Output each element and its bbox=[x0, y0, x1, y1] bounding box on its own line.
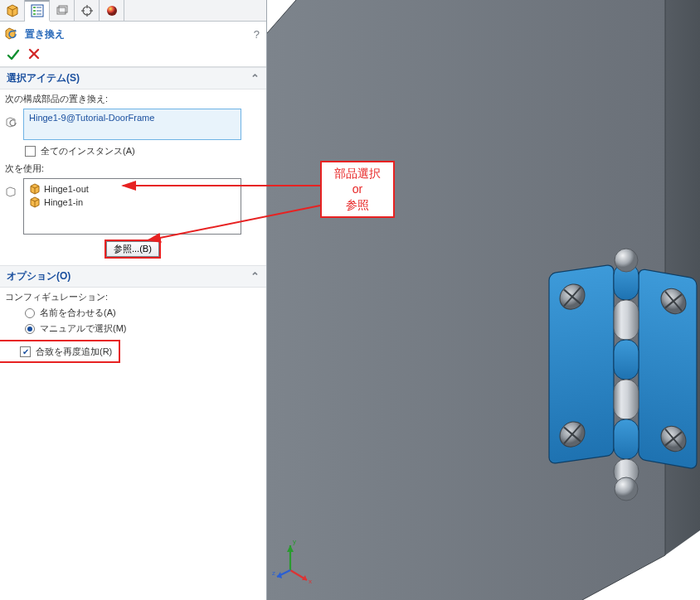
view-triad: x y z bbox=[272, 535, 322, 585]
section-header-select[interactable]: 選択アイテム(S) ⌃ bbox=[0, 67, 266, 90]
svg-marker-22 bbox=[7, 187, 15, 196]
collapse-icon[interactable]: ⌃ bbox=[250, 270, 260, 283]
ok-button[interactable] bbox=[7, 48, 20, 61]
replacement-list[interactable]: Hinge1-out Hinge1-in bbox=[23, 178, 241, 235]
readd-mates-label: 合致を再度追加(R) bbox=[36, 346, 112, 358]
section-header-select-label: 選択アイテム(S) bbox=[7, 71, 80, 85]
collapse-icon[interactable]: ⌃ bbox=[250, 72, 260, 85]
replace-component-icon bbox=[6, 116, 19, 129]
tab-configuration-manager[interactable] bbox=[50, 0, 75, 22]
cancel-button[interactable] bbox=[28, 48, 40, 60]
radio-icon bbox=[25, 308, 35, 318]
list-item-label: Hinge1-in bbox=[44, 197, 83, 207]
checkbox-icon bbox=[25, 146, 36, 157]
list-item[interactable]: Hinge1-out bbox=[27, 182, 237, 196]
section-options: オプション(O) ⌃ コンフィギュレーション: 名前を合わせる(A) マニュアル… bbox=[0, 265, 266, 361]
command-title: 置き換え bbox=[25, 27, 65, 41]
part-cube-icon bbox=[29, 196, 41, 208]
annotation-line1: 部品選択 bbox=[327, 166, 388, 181]
radio-icon bbox=[25, 324, 35, 334]
svg-rect-8 bbox=[36, 13, 41, 15]
tab-display-manager[interactable] bbox=[100, 0, 124, 22]
svg-rect-5 bbox=[33, 10, 36, 12]
svg-point-53 bbox=[615, 477, 638, 501]
svg-rect-49 bbox=[614, 380, 639, 419]
list-item[interactable]: Hinge1-in bbox=[27, 196, 237, 209]
command-header: 置き換え ? bbox=[0, 22, 266, 45]
svg-point-52 bbox=[615, 249, 638, 272]
radio-manual-select-label: マニュアルで選択(M) bbox=[40, 322, 127, 335]
browse-button[interactable]: 参照...(B) bbox=[106, 241, 159, 257]
all-instances-label: 全てのインスタンス(A) bbox=[41, 145, 135, 157]
help-icon[interactable]: ? bbox=[254, 28, 260, 41]
svg-rect-48 bbox=[614, 340, 639, 380]
tab-dimxpert[interactable] bbox=[75, 0, 100, 22]
svg-rect-7 bbox=[33, 13, 36, 15]
browse-button-label: 参照...(B) bbox=[114, 243, 152, 255]
radio-manual-select[interactable]: マニュアルで選択(M) bbox=[0, 321, 266, 336]
cube-icon bbox=[6, 4, 19, 17]
annotation-callout: 部品選択 or 参照 bbox=[320, 161, 395, 218]
readd-mates-highlight: ✔ 合致を再度追加(R) bbox=[0, 341, 119, 361]
part-icon bbox=[6, 186, 19, 199]
svg-rect-4 bbox=[36, 7, 41, 8]
selected-component-value: Hinge1-9@Tutorial-DoorFrame bbox=[29, 113, 154, 123]
use-label: 次を使用: bbox=[0, 159, 266, 177]
svg-rect-6 bbox=[36, 10, 41, 12]
svg-rect-50 bbox=[614, 419, 639, 459]
readd-mates-checkbox[interactable]: ✔ 合致を再度追加(R) bbox=[2, 344, 117, 360]
all-instances-checkbox[interactable]: 全てのインスタンス(A) bbox=[0, 143, 266, 159]
tab-property-manager[interactable] bbox=[25, 0, 50, 22]
app-root: 置き換え ? 選択アイテム(S) ⌃ 次の構成部品の置き換え: bbox=[0, 0, 700, 600]
svg-point-16 bbox=[107, 6, 117, 16]
tab-feature-manager[interactable] bbox=[0, 0, 25, 22]
svg-text:z: z bbox=[272, 569, 275, 577]
radio-match-name-label: 名前を合わせる(A) bbox=[40, 307, 116, 319]
model-render bbox=[267, 0, 700, 600]
configuration-label: コンフィギュレーション: bbox=[0, 288, 266, 305]
section-header-options-label: オプション(O) bbox=[7, 269, 70, 283]
property-manager-panel: 置き換え ? 選択アイテム(S) ⌃ 次の構成部品の置き換え: bbox=[0, 0, 267, 600]
svg-rect-47 bbox=[614, 300, 639, 340]
svg-rect-3 bbox=[33, 7, 36, 8]
section-select-items: 選択アイテム(S) ⌃ 次の構成部品の置き換え: Hinge1-9@Tutori… bbox=[0, 67, 266, 265]
annotation-line3: 参照 bbox=[327, 197, 388, 213]
component-to-replace-field[interactable]: Hinge1-9@Tutorial-DoorFrame bbox=[23, 109, 241, 140]
list-icon bbox=[31, 4, 44, 17]
svg-marker-57 bbox=[287, 545, 294, 552]
annotation-line2: or bbox=[327, 181, 388, 197]
replace-icon bbox=[5, 27, 20, 41]
confirm-row bbox=[0, 45, 266, 66]
svg-text:x: x bbox=[309, 578, 312, 585]
replace-label: 次の構成部品の置き換え: bbox=[0, 90, 266, 107]
checkbox-icon: ✔ bbox=[20, 346, 31, 357]
panel-tab-bar bbox=[0, 0, 266, 22]
part-cube-icon bbox=[29, 183, 41, 195]
radio-match-name[interactable]: 名前を合わせる(A) bbox=[0, 305, 266, 321]
target-icon bbox=[80, 4, 94, 17]
list-item-label: Hinge1-out bbox=[44, 184, 89, 194]
section-header-options[interactable]: オプション(O) ⌃ bbox=[0, 265, 266, 288]
layers-icon bbox=[56, 4, 69, 17]
graphics-viewport[interactable]: x y z bbox=[267, 0, 700, 600]
sphere-icon bbox=[105, 4, 119, 17]
svg-text:y: y bbox=[293, 538, 296, 545]
